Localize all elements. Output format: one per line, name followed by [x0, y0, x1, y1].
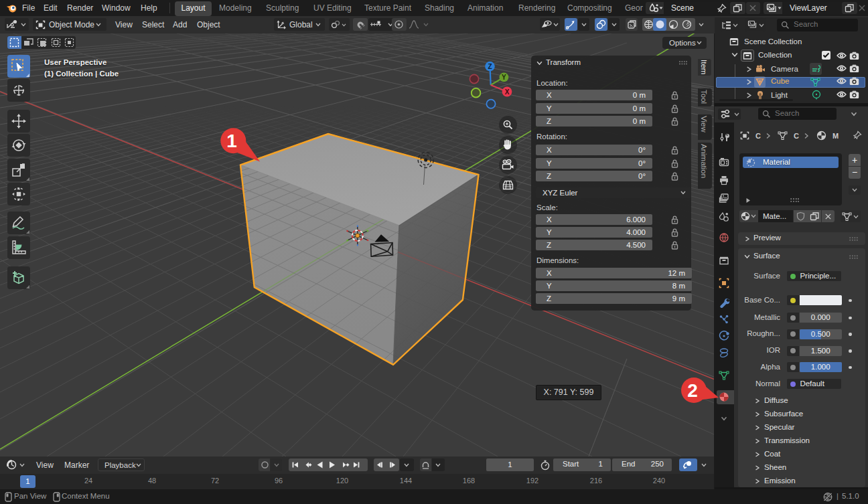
svg-text:2: 2	[687, 380, 698, 401]
svg-text:1: 1	[226, 131, 237, 151]
svg-text:Y: Y	[502, 74, 506, 81]
svg-text:Z: Z	[488, 63, 492, 70]
svg-text:X: X	[505, 88, 510, 96]
